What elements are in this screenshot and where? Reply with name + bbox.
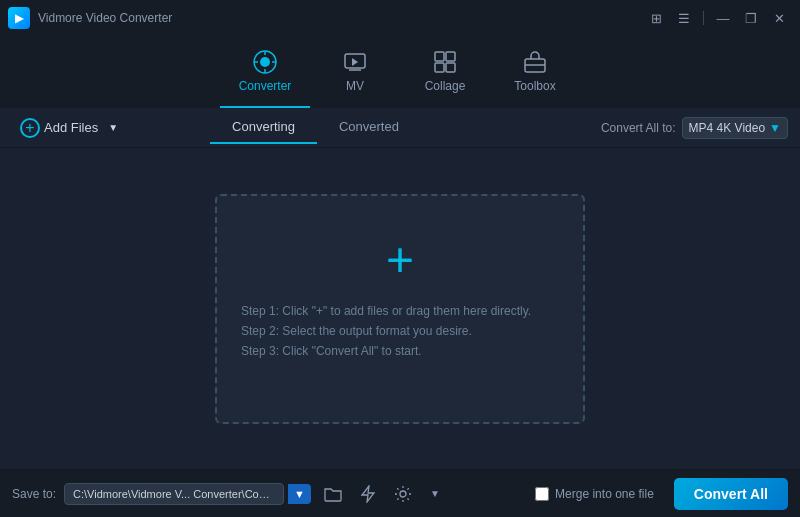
toolbar: + Add Files ▼ Converting Converted Conve… xyxy=(0,108,800,148)
status-tabs: Converting Converted xyxy=(210,111,421,144)
window-controls: ⊞ ☰ — ❐ ✕ xyxy=(643,6,792,30)
tab-toolbox-label: Toolbox xyxy=(514,79,555,93)
tab-toolbox[interactable]: Toolbox xyxy=(490,42,580,108)
add-files-label: Add Files xyxy=(44,120,98,135)
tab-mv[interactable]: MV xyxy=(310,42,400,108)
tab-mv-label: MV xyxy=(346,79,364,93)
add-files-button[interactable]: + Add Files xyxy=(12,114,106,142)
tab-converting[interactable]: Converting xyxy=(210,111,317,144)
toolbox-icon xyxy=(522,49,548,75)
mv-icon xyxy=(342,49,368,75)
path-dropdown-btn[interactable]: ▼ xyxy=(288,484,311,504)
merge-label[interactable]: Merge into one file xyxy=(555,487,654,501)
tab-converter[interactable]: Converter xyxy=(220,42,310,108)
window-minimize-btn[interactable]: — xyxy=(710,6,736,30)
format-dropdown[interactable]: MP4 4K Video ▼ xyxy=(682,117,788,139)
tab-collage[interactable]: Collage xyxy=(400,42,490,108)
svg-rect-10 xyxy=(435,63,444,72)
settings-icon-btn[interactable] xyxy=(389,481,417,507)
drop-plus-icon: + xyxy=(386,236,414,284)
convert-all-to-label: Convert All to: xyxy=(601,121,676,135)
convert-all-button[interactable]: Convert All xyxy=(674,478,788,510)
selected-format: MP4 4K Video xyxy=(689,121,766,135)
tab-collage-label: Collage xyxy=(425,79,466,93)
add-files-dropdown-btn[interactable]: ▼ xyxy=(106,118,120,137)
lightning-icon-btn[interactable] xyxy=(355,481,381,507)
app-logo: ▶ xyxy=(8,7,30,29)
tab-converted[interactable]: Converted xyxy=(317,111,421,144)
step2-text: Step 2: Select the output format you des… xyxy=(217,324,472,338)
converter-icon xyxy=(252,49,278,75)
merge-checkbox-section: Merge into one file xyxy=(535,487,654,501)
title-sep xyxy=(703,11,704,25)
window-restore-btn[interactable]: ❐ xyxy=(738,6,764,30)
merge-checkbox[interactable] xyxy=(535,487,549,501)
tab-converter-label: Converter xyxy=(239,79,292,93)
bottom-bar: Save to: C:\Vidmore\Vidmore V... Convert… xyxy=(0,469,800,517)
nav-bar: Converter MV Collage Toolbox xyxy=(0,36,800,108)
save-to-label: Save to: xyxy=(12,487,56,501)
window-grid-btn[interactable]: ⊞ xyxy=(643,6,669,30)
step3-text: Step 3: Click "Convert All" to start. xyxy=(217,344,422,358)
folder-icon xyxy=(324,486,342,502)
folder-icon-btn[interactable] xyxy=(319,482,347,506)
title-bar: ▶ Vidmore Video Converter ⊞ ☰ — ❐ ✕ xyxy=(0,0,800,36)
convert-all-to-section: Convert All to: MP4 4K Video ▼ xyxy=(601,117,788,139)
svg-point-1 xyxy=(260,57,270,67)
title-bar-left: ▶ Vidmore Video Converter xyxy=(8,7,172,29)
main-content: + Step 1: Click "+" to add files or drag… xyxy=(0,148,800,469)
svg-rect-11 xyxy=(446,63,455,72)
svg-rect-8 xyxy=(435,52,444,61)
settings-icon xyxy=(394,485,412,503)
svg-point-14 xyxy=(400,491,406,497)
settings-dropdown-btn[interactable]: ▼ xyxy=(425,484,445,503)
app-title: Vidmore Video Converter xyxy=(38,11,172,25)
format-dropdown-arrow: ▼ xyxy=(769,121,781,135)
drop-zone[interactable]: + Step 1: Click "+" to add files or drag… xyxy=(215,194,585,424)
save-path-input[interactable]: C:\Vidmore\Vidmore V... Converter\Conver… xyxy=(64,483,284,505)
window-close-btn[interactable]: ✕ xyxy=(766,6,792,30)
step1-text: Step 1: Click "+" to add files or drag t… xyxy=(217,304,531,318)
window-menu-btn[interactable]: ☰ xyxy=(671,6,697,30)
add-plus-icon: + xyxy=(20,118,40,138)
lightning-icon xyxy=(360,485,376,503)
collage-icon xyxy=(432,49,458,75)
svg-rect-9 xyxy=(446,52,455,61)
